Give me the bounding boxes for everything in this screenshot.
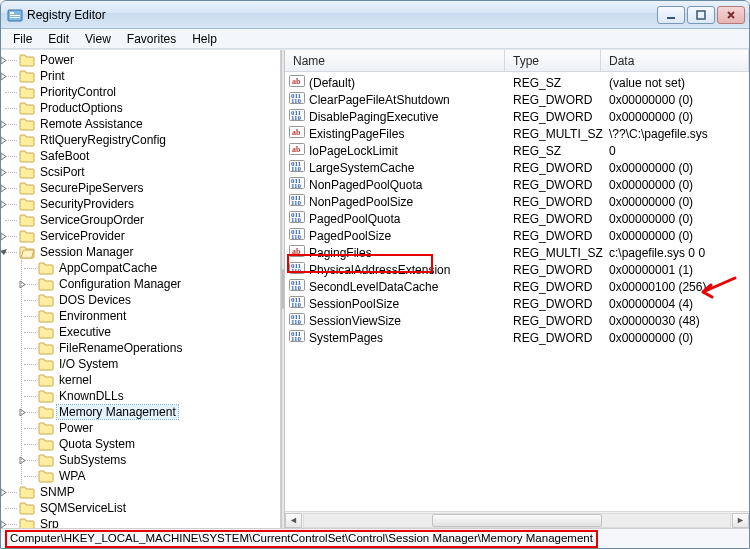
window-title: Registry Editor [27, 8, 106, 22]
menu-file[interactable]: File [5, 30, 40, 48]
expander-icon[interactable] [1, 55, 8, 65]
tree-node-quotasystem[interactable]: Quota System [24, 436, 280, 452]
scroll-track[interactable] [303, 513, 731, 528]
menu-help[interactable]: Help [184, 30, 225, 48]
column-header-name[interactable]: Name [285, 50, 505, 71]
value-name: SessionPoolSize [309, 297, 399, 311]
minimize-button[interactable] [657, 6, 685, 24]
expander-icon[interactable] [1, 151, 8, 161]
value-data: 0x00000100 (256) [601, 280, 749, 294]
tree-node-rtlqueryregistryconfig[interactable]: RtlQueryRegistryConfig [5, 132, 280, 148]
horizontal-scrollbar[interactable]: ◄ ► [285, 511, 749, 528]
tree-node-srp[interactable]: Srp [5, 516, 280, 528]
tree-node-iosystem[interactable]: I/O System [24, 356, 280, 372]
value-row[interactable]: 011110 SecondLevelDataCache REG_DWORD 0x… [285, 278, 749, 295]
value-row[interactable]: 011110 DisablePagingExecutive REG_DWORD … [285, 108, 749, 125]
menu-view[interactable]: View [77, 30, 119, 48]
value-row[interactable]: ab PagingFiles REG_MULTI_SZ c:\pagefile.… [285, 244, 749, 261]
tree-node-sqmservicelist[interactable]: SQMServiceList [5, 500, 280, 516]
expander-icon[interactable] [1, 183, 8, 193]
tree-label: SubSystems [57, 453, 128, 467]
expander-icon[interactable] [1, 135, 8, 145]
value-data: 0x00000000 (0) [601, 212, 749, 226]
tree-node-appcompatcache[interactable]: AppCompatCache [24, 260, 280, 276]
tree-node-scsiport[interactable]: ScsiPort [5, 164, 280, 180]
svg-rect-2 [10, 15, 20, 16]
scroll-left-button[interactable]: ◄ [285, 513, 302, 528]
value-row[interactable]: 011110 PagedPoolQuota REG_DWORD 0x000000… [285, 210, 749, 227]
expander-icon[interactable] [17, 455, 27, 465]
value-row[interactable]: 011110 PhysicalAddressExtension REG_DWOR… [285, 261, 749, 278]
menu-edit[interactable]: Edit [40, 30, 77, 48]
binary-value-icon: 011110 [289, 210, 305, 227]
value-type: REG_DWORD [505, 161, 601, 175]
list-body[interactable]: ab (Default) REG_SZ (value not set) 0111… [285, 72, 749, 511]
tree-node-print[interactable]: Print [5, 68, 280, 84]
tree-node-sessionmanager[interactable]: Session Manager [5, 244, 280, 260]
tree-node-configurationmanager[interactable]: Configuration Manager [24, 276, 280, 292]
column-header-type[interactable]: Type [505, 50, 601, 71]
svg-text:110: 110 [291, 199, 302, 207]
binary-value-icon: 011110 [289, 278, 305, 295]
value-row[interactable]: 011110 SystemPages REG_DWORD 0x00000000 … [285, 329, 749, 346]
expander-icon[interactable] [1, 71, 8, 81]
tree-node-remoteassistance[interactable]: Remote Assistance [5, 116, 280, 132]
column-header-data[interactable]: Data [601, 50, 749, 71]
value-row[interactable]: 011110 PagedPoolSize REG_DWORD 0x0000000… [285, 227, 749, 244]
tree-node-wpa[interactable]: WPA [24, 468, 280, 484]
expander-icon[interactable] [1, 167, 8, 177]
scroll-thumb[interactable] [432, 514, 602, 527]
expander-icon[interactable] [1, 487, 8, 497]
tree-node-environment[interactable]: Environment [24, 308, 280, 324]
value-row[interactable]: 011110 SessionViewSize REG_DWORD 0x00000… [285, 312, 749, 329]
expander-icon[interactable] [1, 247, 8, 257]
close-button[interactable] [717, 6, 745, 24]
tree-node-power[interactable]: Power [5, 52, 280, 68]
tree-node-knowndlls[interactable]: KnownDLLs [24, 388, 280, 404]
scroll-right-button[interactable]: ► [732, 513, 749, 528]
tree-node-filerenameoperations[interactable]: FileRenameOperations [24, 340, 280, 356]
tree-node-kernel[interactable]: kernel [24, 372, 280, 388]
svg-text:110: 110 [291, 267, 302, 275]
value-row[interactable]: ab (Default) REG_SZ (value not set) [285, 74, 749, 91]
menu-favorites[interactable]: Favorites [119, 30, 184, 48]
value-name: NonPagedPoolQuota [309, 178, 422, 192]
value-row[interactable]: 011110 NonPagedPoolSize REG_DWORD 0x0000… [285, 193, 749, 210]
tree-node-prioritycontrol[interactable]: PriorityControl [5, 84, 280, 100]
tree-node-serviceprovider[interactable]: ServiceProvider [5, 228, 280, 244]
value-row[interactable]: 011110 NonPagedPoolQuota REG_DWORD 0x000… [285, 176, 749, 193]
svg-text:110: 110 [291, 284, 302, 292]
tree-node-snmp[interactable]: SNMP [5, 484, 280, 500]
value-row[interactable]: 011110 SessionPoolSize REG_DWORD 0x00000… [285, 295, 749, 312]
svg-rect-5 [697, 11, 705, 19]
tree-node-productoptions[interactable]: ProductOptions [5, 100, 280, 116]
expander-icon[interactable] [1, 199, 8, 209]
value-row[interactable]: ab IoPageLockLimit REG_SZ 0 [285, 142, 749, 159]
expander-icon[interactable] [17, 279, 27, 289]
svg-text:110: 110 [291, 182, 302, 190]
tree-node-memorymanagement[interactable]: Memory Management [24, 404, 280, 420]
expander-icon[interactable] [17, 407, 27, 417]
tree-node-dosdevices[interactable]: DOS Devices [24, 292, 280, 308]
value-type: REG_DWORD [505, 263, 601, 277]
value-row[interactable]: 011110 ClearPageFileAtShutdown REG_DWORD… [285, 91, 749, 108]
binary-value-icon: 011110 [289, 329, 305, 346]
tree-node-securepipeservers[interactable]: SecurePipeServers [5, 180, 280, 196]
tree-node-securityproviders[interactable]: SecurityProviders [5, 196, 280, 212]
tree-node-servicegrouporder[interactable]: ServiceGroupOrder [5, 212, 280, 228]
value-name: (Default) [309, 76, 355, 90]
expander-icon[interactable] [1, 231, 8, 241]
tree-node-executive[interactable]: Executive [24, 324, 280, 340]
tree-pane[interactable]: Power Print PriorityControl ProductOptio… [1, 50, 281, 528]
expander-icon[interactable] [1, 119, 8, 129]
list-pane: Name Type Data ab (Default) REG_SZ (valu… [285, 50, 749, 528]
value-row[interactable]: ab ExistingPageFiles REG_MULTI_SZ \??\C:… [285, 125, 749, 142]
expander-icon[interactable] [1, 519, 8, 528]
svg-text:ab: ab [292, 145, 301, 154]
tree-node-power2[interactable]: Power [24, 420, 280, 436]
value-name: LargeSystemCache [309, 161, 414, 175]
value-row[interactable]: 011110 LargeSystemCache REG_DWORD 0x0000… [285, 159, 749, 176]
tree-node-safeboot[interactable]: SafeBoot [5, 148, 280, 164]
maximize-button[interactable] [687, 6, 715, 24]
tree-node-subsystems[interactable]: SubSystems [24, 452, 280, 468]
